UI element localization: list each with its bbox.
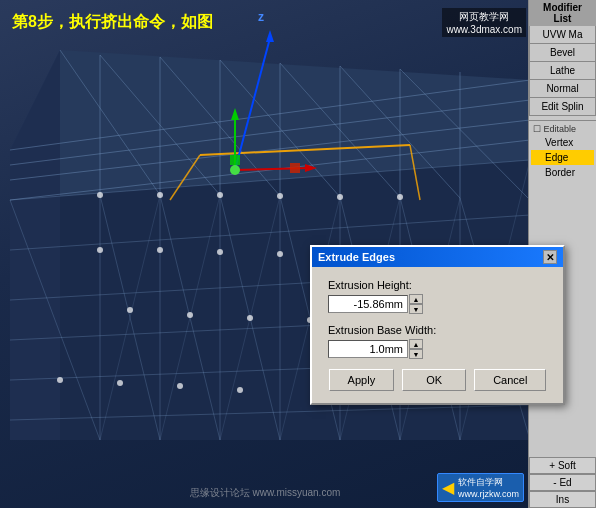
dialog-body: Extrusion Height: ▲ ▼ Extrusion Base Wid… [312,267,563,403]
extrusion-base-width-field: Extrusion Base Width: ▲ ▼ [328,324,547,359]
extrude-edges-dialog: Extrude Edges ✕ Extrusion Height: ▲ ▼ Ex… [310,245,565,405]
watermark-bottom: 思缘设计论坛 www.missyuan.com [190,486,341,500]
extrusion-height-field: Extrusion Height: ▲ ▼ [328,279,547,314]
apply-button[interactable]: Apply [329,369,395,391]
svg-point-52 [97,192,103,198]
instruction-text: 第8步，执行挤出命令，如图 [12,12,213,33]
extrusion-height-label: Extrusion Height: [328,279,547,291]
svg-point-78 [230,165,240,175]
extrusion-base-width-input-row: ▲ ▼ [328,339,547,359]
svg-marker-2 [10,50,60,440]
svg-rect-79 [230,155,240,165]
dialog-titlebar: Extrude Edges ✕ [312,247,563,267]
svg-point-57 [397,194,403,200]
svg-point-63 [187,312,193,318]
extrusion-base-width-up[interactable]: ▲ [409,339,423,349]
extrusion-base-width-input[interactable] [328,340,408,358]
soft-sel-btn[interactable]: + Soft [529,457,596,474]
svg-marker-77 [266,30,274,42]
editable-section: ☐ Editable Vertex Edge Border [529,120,596,182]
dialog-buttons: Apply OK Cancel [328,369,547,391]
svg-point-64 [247,315,253,321]
editable-title: ☐ Editable [531,123,594,135]
svg-point-56 [337,194,343,200]
logo-badge: ◀ 软件自学网www.rjzkw.com [437,473,524,502]
uvw-map-btn[interactable]: UVW Ma [529,26,596,44]
ok-button[interactable]: OK [402,369,466,391]
edge-item[interactable]: Edge [531,150,594,165]
svg-point-71 [237,387,243,393]
edit-spline-btn[interactable]: Edit Splin [529,98,596,116]
extrusion-height-down[interactable]: ▼ [409,304,423,314]
ins-btn[interactable]: Ins [529,491,596,508]
extrusion-height-input-row: ▲ ▼ [328,294,547,314]
svg-point-59 [157,247,163,253]
cancel-button[interactable]: Cancel [474,369,546,391]
svg-point-55 [277,193,283,199]
svg-point-70 [177,383,183,389]
z-axis-label: z [258,10,264,24]
extrusion-height-input[interactable] [328,295,408,313]
border-item[interactable]: Border [531,165,594,180]
dialog-title: Extrude Edges [318,251,395,263]
bevel-btn[interactable]: Bevel [529,44,596,62]
panel-bottom: + Soft - Ed Ins [529,457,596,508]
modifier-list-header: Modifier List [529,0,596,26]
svg-rect-80 [290,163,300,173]
svg-point-54 [217,192,223,198]
normal-btn[interactable]: Normal [529,80,596,98]
watermark-top: 网页教学网 www.3dmax.com [442,8,526,37]
svg-point-58 [97,247,103,253]
svg-point-62 [127,307,133,313]
extrusion-height-up[interactable]: ▲ [409,294,423,304]
svg-point-61 [277,251,283,257]
svg-point-68 [57,377,63,383]
extrusion-base-width-spinner: ▲ ▼ [409,339,423,359]
dialog-close-button[interactable]: ✕ [543,250,557,264]
svg-point-60 [217,249,223,255]
extrusion-height-spinner: ▲ ▼ [409,294,423,314]
ed-btn[interactable]: - Ed [529,474,596,491]
extrusion-base-width-down[interactable]: ▼ [409,349,423,359]
vertex-item[interactable]: Vertex [531,135,594,150]
lathe-btn[interactable]: Lathe [529,62,596,80]
extrusion-base-width-label: Extrusion Base Width: [328,324,547,336]
svg-point-69 [117,380,123,386]
svg-point-53 [157,192,163,198]
